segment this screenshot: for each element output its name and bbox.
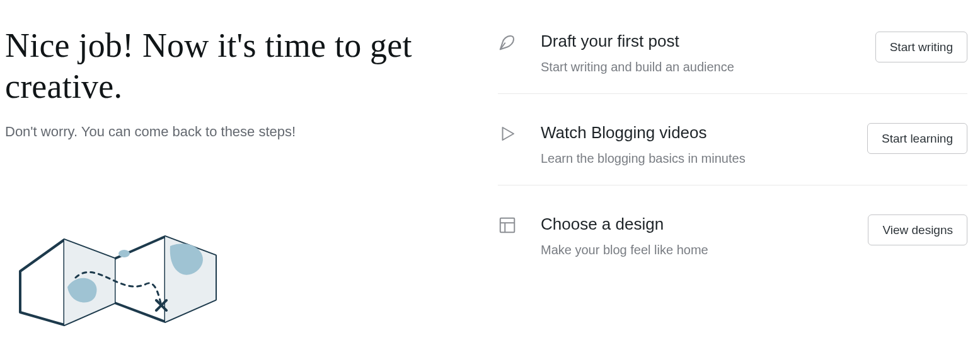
start-learning-button[interactable]: Start learning xyxy=(867,123,967,154)
view-designs-button[interactable]: View designs xyxy=(868,214,967,245)
step-body: Watch Blogging videos Learn the blogging… xyxy=(541,123,843,166)
step-desc: Start writing and build an audience xyxy=(541,60,851,74)
svg-point-0 xyxy=(118,250,130,257)
start-writing-button[interactable]: Start writing xyxy=(875,32,967,62)
step-title: Draft your first post xyxy=(541,32,851,51)
onboarding-headline: Nice job! Now it's time to get creative. xyxy=(5,25,473,107)
play-icon xyxy=(498,124,517,143)
step-draft-post: Draft your first post Start writing and … xyxy=(498,25,967,94)
pen-icon xyxy=(498,33,517,52)
step-title: Choose a design xyxy=(541,214,844,234)
step-body: Choose a design Make your blog feel like… xyxy=(541,214,844,257)
svg-rect-4 xyxy=(500,218,515,233)
step-desc: Make your blog feel like home xyxy=(541,243,844,257)
onboarding-steps-panel: Draft your first post Start writing and … xyxy=(498,0,980,364)
step-body: Draft your first post Start writing and … xyxy=(541,32,851,74)
onboarding-left-panel: Nice job! Now it's time to get creative.… xyxy=(0,0,498,364)
onboarding-subtext: Don't worry. You can come back to these … xyxy=(5,124,473,140)
map-illustration-icon xyxy=(8,202,222,331)
step-title: Watch Blogging videos xyxy=(541,123,843,143)
step-desc: Learn the blogging basics in minutes xyxy=(541,151,843,166)
step-choose-design: Choose a design Make your blog feel like… xyxy=(498,185,967,276)
step-list: Draft your first post Start writing and … xyxy=(498,25,967,276)
layout-icon xyxy=(498,216,517,235)
svg-marker-3 xyxy=(503,127,514,140)
step-watch-videos: Watch Blogging videos Learn the blogging… xyxy=(498,94,967,185)
